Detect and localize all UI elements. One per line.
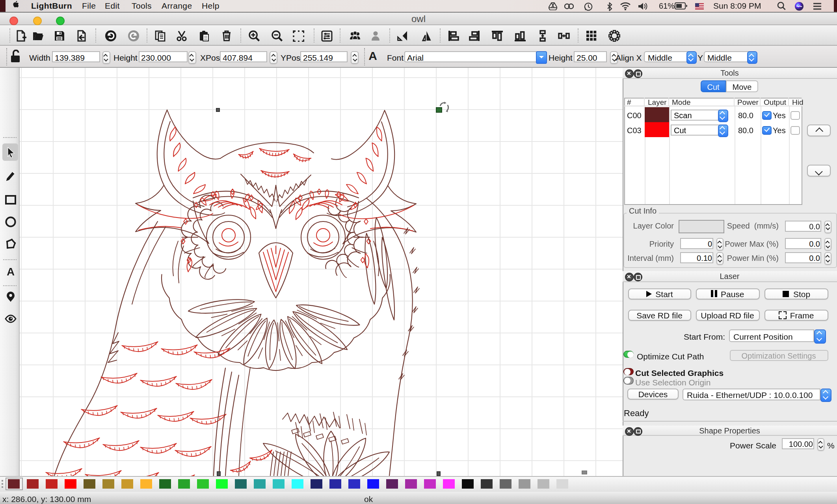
svg-text:A: A [368, 50, 377, 61]
svg-text:A: A [6, 266, 14, 277]
